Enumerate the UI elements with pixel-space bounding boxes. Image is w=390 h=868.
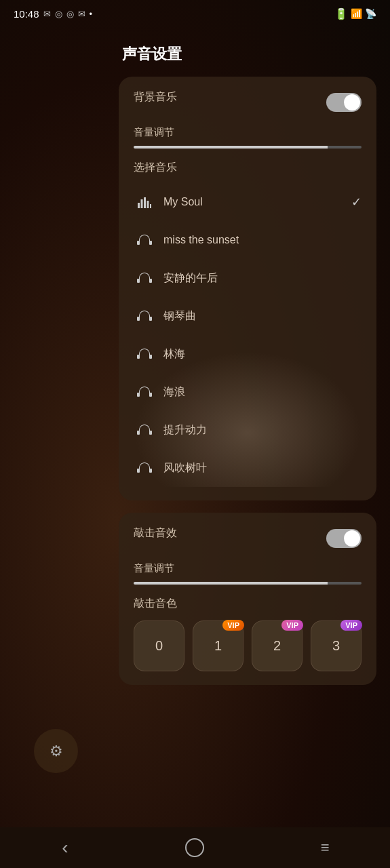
volume-section-1: 音量调节 bbox=[134, 126, 362, 149]
headphone-icon-waves bbox=[134, 381, 155, 403]
tone-btn-2[interactable]: VIP 2 bbox=[252, 620, 303, 671]
svg-rect-1 bbox=[141, 199, 143, 208]
tone-label-1: 1 bbox=[214, 638, 222, 654]
svg-rect-2 bbox=[144, 197, 146, 208]
svg-rect-14 bbox=[149, 393, 152, 397]
status-mail2-icon: ✉ bbox=[78, 9, 85, 19]
music-select-label: 选择音乐 bbox=[134, 161, 362, 175]
music-list: My Soul ✓ miss the sunset bbox=[134, 183, 362, 487]
headphone-icon-sunset bbox=[134, 229, 155, 251]
music-item-waves[interactable]: 海浪 bbox=[134, 373, 362, 411]
svg-rect-6 bbox=[149, 241, 152, 245]
svg-rect-0 bbox=[138, 203, 140, 208]
battery-icon: 🔋 bbox=[334, 7, 348, 20]
vip-badge-2: VIP bbox=[281, 620, 303, 631]
back-button[interactable]: ‹ bbox=[45, 827, 85, 868]
tone-btn-3[interactable]: VIP 3 bbox=[311, 620, 362, 671]
music-name-sunset: miss the sunset bbox=[163, 234, 362, 246]
tone-label-0: 0 bbox=[155, 638, 163, 654]
music-name-forest: 林海 bbox=[163, 347, 362, 361]
home-button[interactable] bbox=[174, 827, 215, 868]
wifi-icon: 📶 bbox=[351, 8, 362, 19]
tone-btn-0[interactable]: 0 bbox=[134, 620, 184, 671]
background-music-toggle[interactable] bbox=[326, 93, 362, 112]
headphone-icon-forest bbox=[134, 343, 155, 365]
music-item-afternoon[interactable]: 安静的午后 bbox=[134, 259, 362, 297]
music-item-mysoul[interactable]: My Soul ✓ bbox=[134, 183, 362, 221]
tone-buttons: 0 VIP 1 VIP 2 VIP 3 bbox=[134, 620, 362, 671]
music-name-energy: 提升动力 bbox=[163, 423, 362, 437]
svg-rect-10 bbox=[149, 317, 152, 321]
music-name-mysoul: My Soul bbox=[163, 196, 351, 208]
svg-rect-7 bbox=[137, 279, 140, 283]
svg-rect-17 bbox=[137, 469, 140, 473]
status-dot2-icon: ◎ bbox=[66, 9, 74, 19]
background-music-row: 背景音乐 bbox=[134, 90, 362, 114]
status-dot-icon: • bbox=[90, 9, 93, 19]
menu-button[interactable]: ≡ bbox=[305, 827, 345, 868]
svg-rect-5 bbox=[137, 241, 140, 245]
hit-sound-card: 敲击音效 音量调节 敲击音色 0 VIP 1 VIP 2 bbox=[119, 513, 376, 685]
music-name-leaves: 风吹树叶 bbox=[163, 461, 362, 475]
bars-icon bbox=[134, 191, 155, 213]
svg-rect-18 bbox=[149, 469, 152, 473]
svg-rect-11 bbox=[137, 355, 140, 359]
svg-rect-9 bbox=[137, 317, 140, 321]
svg-rect-12 bbox=[149, 355, 152, 359]
volume-section-2: 音量调节 bbox=[134, 562, 362, 585]
svg-rect-13 bbox=[137, 393, 140, 397]
toggle-knob bbox=[344, 94, 360, 111]
gear-button[interactable]: ⚙ bbox=[34, 729, 78, 773]
svg-rect-4 bbox=[150, 204, 151, 208]
signal-icon: 📡 bbox=[365, 8, 376, 19]
vip-badge-1: VIP bbox=[222, 620, 244, 631]
svg-rect-8 bbox=[149, 279, 152, 283]
menu-icon: ≡ bbox=[321, 839, 330, 856]
headphone-icon-piano bbox=[134, 305, 155, 327]
svg-rect-16 bbox=[149, 431, 152, 435]
time-display: 10:48 bbox=[14, 8, 39, 20]
hit-toggle-knob bbox=[344, 530, 360, 547]
hit-sound-label: 敲击音效 bbox=[134, 526, 177, 540]
svg-rect-15 bbox=[137, 431, 140, 435]
music-name-waves: 海浪 bbox=[163, 385, 362, 399]
hit-sound-row: 敲击音效 bbox=[134, 526, 362, 550]
headphone-icon-afternoon bbox=[134, 267, 155, 289]
left-sidebar: ⚙ bbox=[0, 27, 112, 827]
headphone-icon-leaves bbox=[134, 457, 155, 479]
tone-label-2: 2 bbox=[273, 638, 281, 654]
volume-label-2: 音量调节 bbox=[134, 562, 362, 575]
status-right-icons: 🔋 📶 📡 bbox=[334, 7, 376, 20]
music-name-afternoon: 安静的午后 bbox=[163, 271, 362, 285]
hit-sound-toggle[interactable] bbox=[326, 529, 362, 548]
music-name-piano: 钢琴曲 bbox=[163, 309, 362, 323]
main-content: 声音设置 背景音乐 音量调节 选择音乐 bbox=[112, 37, 390, 827]
volume-slider-2[interactable] bbox=[134, 582, 362, 585]
music-item-energy[interactable]: 提升动力 bbox=[134, 411, 362, 449]
volume-label-1: 音量调节 bbox=[134, 126, 362, 139]
status-mail-icon: ✉ bbox=[43, 9, 51, 19]
back-icon: ‹ bbox=[62, 837, 68, 859]
tone-btn-1[interactable]: VIP 1 bbox=[193, 620, 243, 671]
svg-rect-3 bbox=[147, 201, 149, 208]
music-item-forest[interactable]: 林海 bbox=[134, 335, 362, 373]
status-dot1-icon: ◎ bbox=[55, 9, 62, 19]
tone-label-3: 3 bbox=[332, 638, 340, 654]
gear-icon: ⚙ bbox=[50, 743, 63, 760]
tone-section-label: 敲击音色 bbox=[134, 597, 362, 611]
volume-slider-1[interactable] bbox=[134, 146, 362, 149]
status-bar: 10:48 ✉ ◎ ◎ ✉ • 🔋 📶 📡 bbox=[0, 0, 390, 27]
page-title: 声音设置 bbox=[119, 44, 376, 64]
music-item-piano[interactable]: 钢琴曲 bbox=[134, 297, 362, 335]
music-item-sunset[interactable]: miss the sunset bbox=[134, 221, 362, 259]
nav-bar: ‹ ≡ bbox=[0, 827, 390, 868]
check-icon: ✓ bbox=[351, 195, 362, 210]
background-music-card: 背景音乐 音量调节 选择音乐 bbox=[119, 77, 376, 500]
vip-badge-3: VIP bbox=[340, 620, 362, 631]
music-item-leaves[interactable]: 风吹树叶 bbox=[134, 449, 362, 487]
home-icon bbox=[185, 838, 204, 857]
status-time: 10:48 ✉ ◎ ◎ ✉ • bbox=[14, 8, 92, 20]
background-music-label: 背景音乐 bbox=[134, 90, 177, 104]
headphone-icon-energy bbox=[134, 419, 155, 441]
